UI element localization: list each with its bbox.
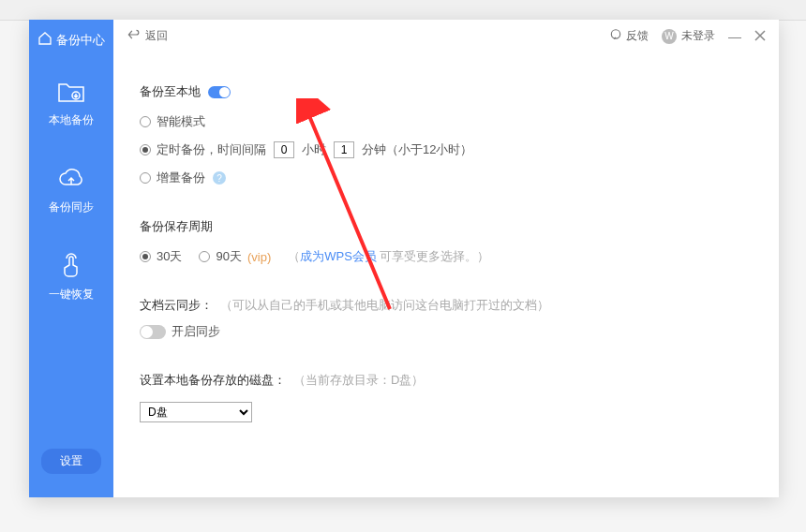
sidebar-item-backup-sync[interactable]: 备份同步 xyxy=(49,164,94,215)
hand-tap-icon xyxy=(56,251,86,281)
minutes-unit: 分钟（小于12小时） xyxy=(362,141,472,158)
radio-icon xyxy=(140,251,151,262)
section-title-text: 设置本地备份存放的磁盘： xyxy=(140,372,286,389)
radio-label: 增量备份 xyxy=(157,170,205,186)
radio-icon xyxy=(140,144,151,155)
radio-90days[interactable]: 90天 (vip) xyxy=(199,248,271,265)
section-cloud-sync: 文档云同步： （可以从自己的手机或其他电脑访问这台电脑打开过的文档） 开启同步 xyxy=(140,297,753,340)
cloud-upload-icon xyxy=(56,164,86,194)
content: 备份至本地 智能模式 定时备份，时间间隔 小时 分钟（小于12小时） xyxy=(113,53,779,484)
help-icon[interactable]: ? xyxy=(213,171,226,185)
radio-icon xyxy=(140,116,151,127)
main-panel: 返回 反馈 W 未登录 — xyxy=(113,20,779,497)
radio-icon xyxy=(140,172,151,184)
minutes-input[interactable] xyxy=(334,141,354,158)
settings-button[interactable]: 设置 xyxy=(41,449,101,474)
avatar: W xyxy=(662,29,677,44)
back-arrow-icon xyxy=(127,28,140,44)
radio-incremental[interactable]: 增量备份 ? xyxy=(140,170,753,186)
sidebar: 备份中心 本地备份 备份同步 一键恢复 设置 xyxy=(29,20,113,497)
section-backup-local: 备份至本地 智能模式 定时备份，时间间隔 小时 分钟（小于12小时） xyxy=(140,83,753,186)
sidebar-item-local-backup[interactable]: 本地备份 xyxy=(49,77,94,128)
section-hint: （可以从自己的手机或其他电脑访问这台电脑打开过的文档） xyxy=(220,297,549,314)
hours-input[interactable] xyxy=(274,141,294,158)
sidebar-item-label: 本地备份 xyxy=(49,112,94,128)
topbar: 返回 反馈 W 未登录 — xyxy=(113,20,779,53)
back-label: 返回 xyxy=(145,28,168,44)
radio-label: 90天 xyxy=(216,248,241,265)
vip-badge: (vip) xyxy=(247,250,271,264)
home-icon xyxy=(37,31,52,49)
close-button[interactable] xyxy=(754,29,766,44)
user-label: 未登录 xyxy=(681,28,715,44)
radio-label: 30天 xyxy=(157,248,182,265)
cloud-sync-toggle[interactable] xyxy=(140,325,166,339)
radio-smart-mode[interactable]: 智能模式 xyxy=(140,113,753,130)
wps-member-link[interactable]: 成为WPS会员 xyxy=(300,249,377,263)
section-title-text: 文档云同步： xyxy=(140,297,213,314)
radio-icon xyxy=(199,251,210,262)
folder-download-icon xyxy=(56,77,86,107)
sidebar-item-label: 一键恢复 xyxy=(49,287,94,303)
sidebar-title: 备份中心 xyxy=(37,31,105,49)
section-title-text: 备份至本地 xyxy=(140,83,201,100)
backup-center-window: 备份中心 本地备份 备份同步 一键恢复 设置 xyxy=(29,20,779,497)
section-disk: 设置本地备份存放的磁盘： （当前存放目录：D盘） D盘 xyxy=(140,372,753,422)
backup-local-toggle[interactable] xyxy=(208,86,231,98)
hours-unit: 小时 xyxy=(302,141,326,158)
radio-label: 定时备份，时间间隔 xyxy=(157,141,266,158)
radio-timed-backup[interactable]: 定时备份，时间间隔 小时 分钟（小于12小时） xyxy=(140,141,753,158)
section-hint: （当前存放目录：D盘） xyxy=(293,372,424,389)
radio-30days[interactable]: 30天 xyxy=(140,248,182,265)
radio-label: 智能模式 xyxy=(157,113,205,130)
sidebar-title-text: 备份中心 xyxy=(56,32,105,49)
sidebar-item-label: 备份同步 xyxy=(49,200,94,215)
section-title-text: 备份保存周期 xyxy=(140,218,213,235)
minimize-button[interactable]: — xyxy=(728,29,741,44)
disk-select[interactable]: D盘 xyxy=(140,402,252,422)
sidebar-item-restore[interactable]: 一键恢复 xyxy=(49,251,94,303)
feedback-label: 反馈 xyxy=(626,28,649,44)
speech-bubble-icon xyxy=(609,28,622,44)
retention-more: （成为WPS会员 可享受更多选择。） xyxy=(288,248,489,265)
user-login[interactable]: W 未登录 xyxy=(662,28,715,44)
back-button[interactable]: 返回 xyxy=(127,28,168,44)
feedback-button[interactable]: 反馈 xyxy=(609,28,649,44)
section-retention: 备份保存周期 30天 90天 (vip) （成为WPS会员 可享受更多选择。） xyxy=(140,218,753,265)
toggle-label: 开启同步 xyxy=(172,323,220,340)
svg-point-1 xyxy=(611,30,619,38)
